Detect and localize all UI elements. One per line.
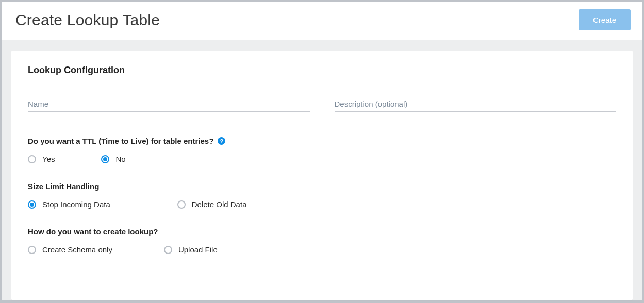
size-limit-delete-label: Delete Old Data [192, 200, 247, 209]
config-card: Lookup Configuration Do you want a TTL (… [11, 50, 633, 300]
size-limit-radio-row: Stop Incoming Data Delete Old Data [28, 200, 616, 209]
size-limit-group: Size Limit Handling Stop Incoming Data D… [28, 182, 616, 209]
create-method-group: How do you want to create lookup? Create… [28, 227, 616, 254]
name-field-wrap [28, 97, 310, 112]
header-bar: Create Lookup Table Create [2, 2, 642, 40]
radio-circle-icon [28, 155, 36, 163]
size-limit-label-text: Size Limit Handling [28, 182, 99, 191]
radio-dot-icon [103, 157, 107, 161]
radio-circle-icon [28, 246, 36, 254]
radio-dot-icon [30, 203, 34, 207]
name-input[interactable] [28, 97, 310, 112]
ttl-label: Do you want a TTL (Time to Live) for tab… [28, 137, 616, 145]
radio-circle-icon [177, 200, 186, 209]
create-method-radio-upload[interactable]: Upload File [164, 245, 218, 254]
ttl-radio-yes[interactable]: Yes [28, 155, 55, 163]
section-heading: Lookup Configuration [28, 65, 616, 76]
ttl-radio-no[interactable]: No [101, 155, 125, 163]
page-title: Create Lookup Table [15, 11, 160, 29]
page-frame: Create Lookup Table Create Lookup Config… [0, 0, 644, 303]
create-method-radio-row: Create Schema only Upload File [28, 245, 616, 254]
ttl-label-text: Do you want a TTL (Time to Live) for tab… [28, 137, 213, 145]
size-limit-label: Size Limit Handling [28, 182, 616, 191]
create-method-label-text: How do you want to create lookup? [28, 227, 158, 236]
ttl-no-label: No [115, 155, 125, 163]
ttl-group: Do you want a TTL (Time to Live) for tab… [28, 137, 616, 163]
content-area: Lookup Configuration Do you want a TTL (… [2, 40, 642, 300]
radio-circle-selected-icon [28, 200, 36, 209]
size-limit-radio-stop[interactable]: Stop Incoming Data [28, 200, 110, 209]
create-method-upload-label: Upload File [178, 245, 218, 254]
ttl-yes-label: Yes [42, 155, 55, 163]
size-limit-radio-delete[interactable]: Delete Old Data [177, 200, 247, 209]
radio-circle-icon [164, 246, 172, 254]
description-input[interactable] [335, 97, 617, 112]
radio-circle-selected-icon [101, 155, 109, 163]
help-icon[interactable]: ? [218, 137, 225, 145]
description-field-wrap [335, 97, 617, 112]
create-button[interactable]: Create [579, 9, 631, 30]
input-row [28, 97, 616, 112]
create-method-radio-schema[interactable]: Create Schema only [28, 245, 112, 254]
create-method-label: How do you want to create lookup? [28, 227, 616, 236]
size-limit-stop-label: Stop Incoming Data [42, 200, 110, 209]
ttl-radio-row: Yes No [28, 155, 616, 163]
create-method-schema-label: Create Schema only [42, 245, 112, 254]
